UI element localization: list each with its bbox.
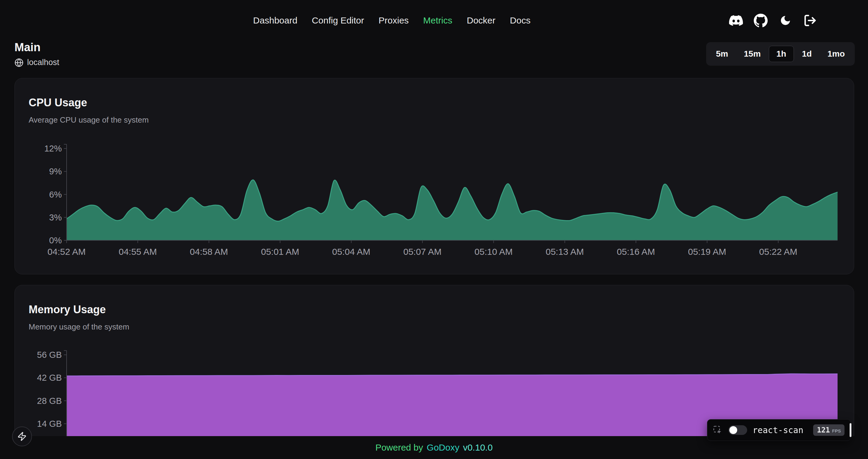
svg-text:12%: 12% <box>44 144 62 153</box>
version-label: v0.10.0 <box>463 442 493 453</box>
top-navigation: Dashboard Config Editor Proxies Metrics … <box>0 0 868 41</box>
svg-text:56 GB: 56 GB <box>37 350 62 360</box>
time-range-selector: 5m 15m 1h 1d 1mo <box>706 42 855 66</box>
github-button[interactable] <box>753 13 768 28</box>
svg-text:3%: 3% <box>49 212 62 222</box>
svg-text:05:10 AM: 05:10 AM <box>474 247 513 257</box>
discord-icon <box>729 13 743 27</box>
time-range-15m[interactable]: 15m <box>736 46 768 62</box>
svg-text:28 GB: 28 GB <box>37 396 62 406</box>
time-range-1mo[interactable]: 1mo <box>820 46 852 62</box>
react-scan-toolbar: react-scan 121 FPS <box>707 419 851 441</box>
cpu-usage-chart[interactable]: 0%3%6%9%12%04:52 AM04:55 AM04:58 AM05:01… <box>29 138 841 258</box>
dark-mode-moon-icon <box>779 14 792 27</box>
time-range-5m[interactable]: 5m <box>709 46 736 62</box>
nav-item-docs[interactable]: Docs <box>510 15 530 26</box>
fps-unit: FPS <box>832 429 841 433</box>
discord-button[interactable] <box>729 13 743 28</box>
svg-text:05:22 AM: 05:22 AM <box>759 247 798 257</box>
svg-text:04:55 AM: 04:55 AM <box>119 247 157 257</box>
toolbar-resize-handle[interactable] <box>849 423 851 437</box>
svg-text:05:13 AM: 05:13 AM <box>546 247 584 257</box>
svg-text:6%: 6% <box>49 190 62 199</box>
cpu-card-subtitle: Average CPU usage of the system <box>29 115 149 125</box>
page-title: Main <box>14 40 59 54</box>
svg-text:05:01 AM: 05:01 AM <box>261 247 299 257</box>
nav-item-proxies[interactable]: Proxies <box>378 15 409 26</box>
sign-out-button[interactable] <box>803 13 817 28</box>
cpu-usage-card: CPU Usage Average CPU usage of the syste… <box>14 78 854 274</box>
hostname-row: localhost <box>14 58 59 67</box>
svg-text:05:16 AM: 05:16 AM <box>617 247 655 257</box>
svg-text:04:58 AM: 04:58 AM <box>190 247 228 257</box>
sign-out-icon <box>804 14 817 27</box>
hostname-label: localhost <box>27 58 59 67</box>
svg-text:05:04 AM: 05:04 AM <box>332 247 370 257</box>
fps-badge: 121 FPS <box>813 424 844 436</box>
cpu-card-title: CPU Usage <box>29 96 87 109</box>
footer-powered-by: Powered by <box>375 442 423 453</box>
nav-item-metrics[interactable]: Metrics <box>423 15 453 26</box>
nav-icon-group <box>729 13 817 28</box>
memory-card-subtitle: Memory usage of the system <box>29 322 129 332</box>
svg-text:05:07 AM: 05:07 AM <box>403 247 441 257</box>
memory-card-title: Memory Usage <box>29 303 106 316</box>
svg-text:05:19 AM: 05:19 AM <box>688 247 726 257</box>
site-header: Main localhost <box>14 40 59 67</box>
toggle-knob <box>730 426 737 434</box>
globe-icon <box>14 58 24 67</box>
react-scan-toggle[interactable] <box>728 425 747 435</box>
svg-text:42 GB: 42 GB <box>37 373 62 383</box>
quick-actions-button[interactable] <box>12 426 32 446</box>
react-scan-label: react-scan <box>752 425 804 435</box>
svg-text:04:52 AM: 04:52 AM <box>48 247 86 257</box>
godoxy-link[interactable]: GoDoxy <box>427 442 459 453</box>
time-range-1d[interactable]: 1d <box>795 46 819 62</box>
theme-toggle-button[interactable] <box>778 13 793 28</box>
svg-text:9%: 9% <box>49 167 62 176</box>
nav-item-config-editor[interactable]: Config Editor <box>312 15 364 26</box>
github-icon <box>754 13 768 27</box>
nav-item-docker[interactable]: Docker <box>467 15 495 26</box>
svg-text:0%: 0% <box>49 235 62 245</box>
lightning-bolt-icon <box>17 432 27 441</box>
inspect-icon <box>712 425 723 435</box>
svg-text:14 GB: 14 GB <box>37 419 62 429</box>
fps-value: 121 <box>817 426 830 434</box>
time-range-1h[interactable]: 1h <box>769 46 794 62</box>
main-nav: Dashboard Config Editor Proxies Metrics … <box>253 15 530 26</box>
nav-item-dashboard[interactable]: Dashboard <box>253 15 298 26</box>
inspect-button[interactable] <box>712 425 723 435</box>
